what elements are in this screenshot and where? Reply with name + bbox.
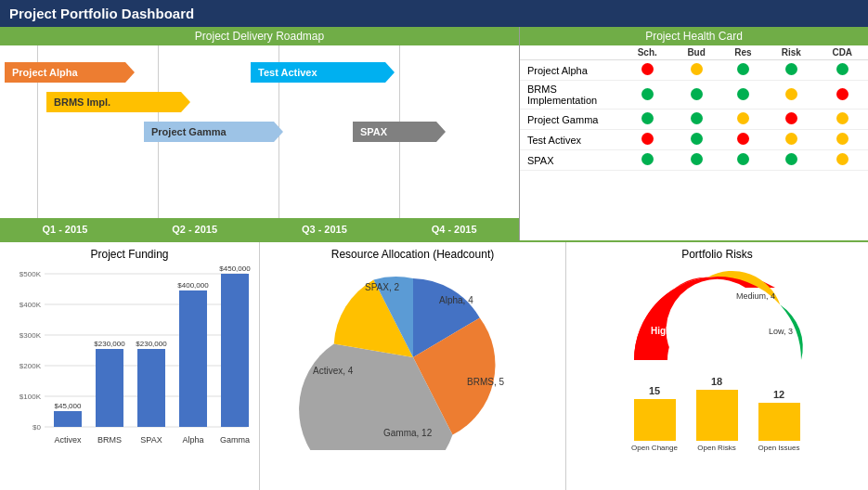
- svg-rect-24: [221, 274, 249, 427]
- health-dot-bud: [672, 110, 719, 130]
- health-dot-res: [720, 110, 766, 130]
- svg-text:Alpha, 4: Alpha, 4: [439, 295, 473, 305]
- quarter-q1: Q1 - 2015: [0, 224, 130, 235]
- health-dot-bud: [672, 81, 719, 110]
- health-dot-sch: [622, 130, 672, 150]
- svg-text:$230,000: $230,000: [94, 340, 125, 348]
- health-project-name: Project Alpha: [520, 60, 622, 81]
- health-col-bud: Bud: [672, 45, 719, 60]
- health-col-res: Res: [720, 45, 766, 60]
- svg-text:$100K: $100K: [19, 393, 42, 401]
- quarter-q4: Q4 - 2015: [389, 224, 519, 235]
- health-dot-cda: [817, 110, 868, 130]
- svg-rect-36: [634, 399, 676, 441]
- health-dot-cda: [817, 60, 868, 81]
- svg-text:$400,000: $400,000: [177, 281, 209, 290]
- health-table-row: BRMS Implementation: [520, 81, 868, 110]
- health-dot-cda: [817, 130, 868, 150]
- svg-text:Medium, 4: Medium, 4: [736, 291, 775, 301]
- svg-text:Gamma: Gamma: [220, 435, 250, 445]
- svg-text:Open Issues: Open Issues: [758, 444, 799, 452]
- svg-text:BRMS: BRMS: [97, 435, 122, 445]
- health-dot-res: [720, 130, 766, 150]
- svg-text:$230,000: $230,000: [136, 340, 167, 348]
- funding-title: Project Funding: [6, 248, 253, 261]
- gantt-bar-alpha: Project Alpha: [5, 62, 135, 83]
- health-dot-res: [720, 150, 766, 171]
- page-title: Project Portfolio Dashboard: [0, 0, 868, 27]
- svg-text:$0: $0: [32, 423, 41, 432]
- health-dot-cda: [817, 81, 868, 110]
- health-card-title: Project Health Card: [520, 27, 868, 45]
- gantt-bar-gamma: Project Gamma: [144, 122, 283, 142]
- health-table: Sch. Bud Res Risk CDA Project AlphaBRMS …: [520, 45, 868, 240]
- health-dot-risk: [766, 130, 816, 150]
- health-dot-risk: [766, 110, 816, 130]
- svg-rect-18: [137, 349, 165, 427]
- health-dot-sch: [622, 60, 672, 81]
- health-dot-res: [720, 60, 766, 81]
- health-project-name: BRMS Implementation: [520, 81, 622, 110]
- svg-text:BRMS, 5: BRMS, 5: [467, 377, 504, 387]
- svg-rect-21: [179, 290, 207, 427]
- svg-text:$45,000: $45,000: [55, 402, 82, 410]
- svg-text:Open Change: Open Change: [631, 444, 678, 452]
- svg-text:Gamma, 12: Gamma, 12: [383, 428, 433, 438]
- gantt-bar-brms: BRMS Impl.: [46, 92, 190, 112]
- risks-title: Portfolio Risks: [572, 248, 862, 261]
- svg-text:High, 6: High, 6: [651, 326, 682, 336]
- quarter-q3: Q3 - 2015: [260, 224, 390, 235]
- health-dot-bud: [672, 150, 719, 171]
- health-dot-res: [720, 81, 766, 110]
- risk-bars-svg: 15 Open Change Requests 18 Open Risks 12…: [625, 376, 810, 455]
- svg-rect-12: [54, 411, 82, 427]
- health-dot-cda: [817, 150, 868, 171]
- svg-text:18: 18: [710, 376, 721, 387]
- svg-rect-15: [96, 349, 123, 427]
- svg-point-32: [667, 310, 768, 374]
- roadmap-timeline: Q1 - 2015 Q2 - 2015 Q3 - 2015 Q4 - 2015: [0, 218, 519, 240]
- svg-text:Requests: Requests: [639, 453, 670, 455]
- pie-chart: Alpha, 4 BRMS, 5 Gamma, 12 Activex, 4 SP…: [266, 264, 560, 450]
- health-dot-bud: [672, 130, 719, 150]
- svg-text:12: 12: [772, 389, 784, 400]
- health-project-name: Project Gamma: [520, 110, 622, 130]
- health-table-row: Test Activex: [520, 130, 868, 150]
- health-col-project: [520, 45, 622, 60]
- health-table-row: SPAX: [520, 150, 868, 171]
- svg-text:Open Risks: Open Risks: [697, 444, 735, 452]
- health-dot-sch: [622, 110, 672, 130]
- health-project-name: Test Activex: [520, 130, 622, 150]
- svg-text:SPAX: SPAX: [140, 435, 162, 445]
- health-col-cda: CDA: [817, 45, 868, 60]
- svg-text:$300K: $300K: [19, 331, 42, 340]
- health-dot-sch: [622, 81, 672, 110]
- gauge-chart: High, 6 Medium, 4 Low, 3: [572, 264, 862, 376]
- svg-rect-40: [696, 390, 738, 441]
- svg-text:$400K: $400K: [19, 301, 42, 309]
- svg-text:SPAX, 2: SPAX, 2: [365, 282, 399, 292]
- svg-text:$200K: $200K: [19, 362, 42, 370]
- funding-chart-svg: $0 $100K $200K $300K $400K $500K $45,000…: [6, 264, 253, 450]
- svg-text:Low, 3: Low, 3: [769, 327, 793, 336]
- svg-text:15: 15: [648, 385, 659, 396]
- svg-text:$450,000: $450,000: [219, 264, 251, 273]
- resource-title: Resource Allocation (Headcount): [266, 248, 560, 261]
- gantt-bar-activex: Test Activex: [251, 62, 395, 83]
- roadmap-title: Project Delivery Roadmap: [0, 27, 519, 45]
- health-dot-risk: [766, 60, 816, 81]
- health-project-name: SPAX: [520, 150, 622, 171]
- health-dot-bud: [672, 60, 719, 81]
- svg-text:Activex, 4: Activex, 4: [313, 366, 354, 376]
- health-dot-risk: [766, 150, 816, 171]
- svg-text:Alpha: Alpha: [182, 435, 203, 445]
- health-col-sch: Sch.: [622, 45, 672, 60]
- health-dot-sch: [622, 150, 672, 171]
- svg-text:$500K: $500K: [19, 270, 42, 278]
- health-dot-risk: [766, 81, 816, 110]
- svg-rect-43: [758, 403, 800, 441]
- health-col-risk: Risk: [766, 45, 816, 60]
- svg-text:Activex: Activex: [54, 435, 82, 445]
- health-table-row: Project Alpha: [520, 60, 868, 81]
- quarter-q2: Q2 - 2015: [130, 224, 260, 235]
